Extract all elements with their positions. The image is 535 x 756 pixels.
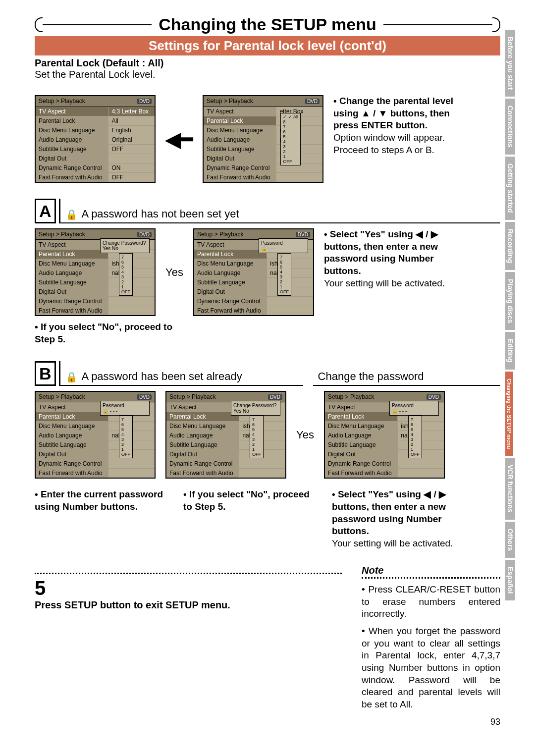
section-b-title2: Change the password — [313, 361, 500, 386]
password-mask[interactable]: 🔒 - - - — [261, 246, 306, 251]
option[interactable]: ✓ All — [283, 114, 298, 119]
breadcrumb: Setup > Playback — [197, 231, 244, 238]
option[interactable]: 3 — [252, 437, 261, 442]
option[interactable]: 6 — [280, 260, 289, 265]
option[interactable]: 6 — [252, 422, 261, 427]
tab-before-you-start[interactable]: Before you start — [505, 30, 515, 97]
option[interactable]: 5 — [411, 427, 420, 432]
option[interactable]: 5 — [121, 265, 130, 270]
section-a-title: A password has not been set yet — [82, 208, 239, 220]
option[interactable]: 4 — [411, 432, 420, 437]
section-b-caption-1: • Enter the current password using Numbe… — [35, 488, 163, 513]
option[interactable]: OFF — [280, 289, 289, 294]
option[interactable]: 7 — [411, 417, 420, 422]
option[interactable]: 5 — [252, 427, 261, 432]
tab-connections[interactable]: Connections — [505, 99, 515, 155]
option[interactable]: 1 — [283, 154, 298, 159]
options-popup: 7 6 5 4 3 2 1 OFF — [119, 253, 133, 296]
section-letter-a: A — [35, 199, 56, 223]
menu-row-label: Digital Out — [166, 450, 239, 459]
step-5-text: Press SETUP button to exit SETUP menu. — [35, 599, 342, 611]
tab-recording[interactable]: Recording — [505, 222, 515, 270]
menu-row-label: Digital Out — [194, 287, 267, 296]
option[interactable]: 2 — [121, 279, 130, 284]
note-bullet-1: • Press CLEAR/C-RESET button to erase nu… — [362, 584, 500, 620]
option[interactable]: 1 — [121, 447, 130, 452]
menu-row-value — [108, 306, 155, 315]
option[interactable]: 3 — [121, 274, 130, 279]
option[interactable]: 2 — [411, 442, 420, 447]
menu-row-label: Digital Out — [36, 450, 108, 459]
popup-options[interactable]: Yes No — [233, 408, 278, 414]
menu-row-value — [108, 154, 155, 163]
option[interactable]: 6 — [121, 422, 130, 427]
option[interactable]: 6 — [283, 129, 298, 134]
option[interactable]: 6 — [411, 422, 420, 427]
option[interactable]: 5 — [280, 265, 289, 270]
option[interactable]: OFF — [121, 452, 130, 457]
menu-row-label: Subtitle Language — [36, 440, 108, 449]
option[interactable]: OFF — [252, 452, 261, 457]
password-mask[interactable]: 🔒 - - - — [392, 408, 436, 414]
option[interactable]: 1 — [252, 447, 261, 452]
option[interactable]: 2 — [121, 442, 130, 447]
option[interactable]: 7 — [280, 255, 289, 260]
option[interactable]: 2 — [252, 442, 261, 447]
popup-title: Password — [392, 403, 436, 408]
option[interactable]: 3 — [283, 144, 298, 149]
menu-row-value — [108, 297, 155, 306]
option[interactable]: 6 — [121, 260, 130, 265]
option[interactable]: 7 — [121, 255, 130, 260]
option[interactable]: 1 — [411, 447, 420, 452]
password-popup: Password 🔒 - - - — [259, 238, 308, 253]
section-b-caption-2: • If you select "No", proceed to Step 5. — [183, 488, 312, 513]
option[interactable]: 1 — [121, 284, 130, 289]
intro-text: Set the Parental Lock level. — [35, 69, 500, 80]
option[interactable]: 4 — [252, 432, 261, 437]
menu-row-value — [108, 459, 155, 468]
option[interactable]: 2 — [280, 279, 289, 284]
dvd-badge: DVD — [427, 394, 441, 400]
option[interactable]: 5 — [121, 427, 130, 432]
tab-changing-setup-menu[interactable]: Changing the SETUP menu — [505, 372, 513, 456]
tab-vcr-functions[interactable]: VCR functions — [505, 458, 515, 519]
menu-row-value — [398, 469, 444, 478]
option[interactable]: 7 — [252, 417, 261, 422]
option[interactable]: OFF — [121, 289, 130, 294]
menu-row-label: Dynamic Range Control — [325, 459, 398, 468]
option[interactable]: 3 — [121, 437, 130, 442]
tab-espanol[interactable]: Español — [505, 560, 515, 600]
tab-getting-started[interactable]: Getting started — [505, 157, 515, 220]
option[interactable]: 2 — [283, 149, 298, 154]
tab-others[interactable]: Others — [505, 522, 515, 558]
option[interactable]: 4 — [121, 432, 130, 437]
password-mask[interactable]: 🔒 - - - — [103, 408, 147, 414]
step-number-5: 5 — [35, 577, 342, 599]
option[interactable]: 7 — [121, 417, 130, 422]
option[interactable]: 1 — [280, 284, 289, 289]
instruction-bold: • Change the parental level using ▲ / ▼ … — [333, 95, 472, 132]
dvd-badge: DVD — [305, 99, 320, 104]
option[interactable]: OFF — [283, 159, 298, 164]
option[interactable]: 3 — [411, 437, 420, 442]
option[interactable]: 4 — [121, 270, 130, 274]
popup-options[interactable]: Yes No — [103, 246, 147, 251]
option[interactable]: 4 — [280, 270, 289, 274]
menu-row-label: Dynamic Range Control — [166, 459, 239, 468]
header-brace: Changing the SETUP menu — [35, 15, 500, 34]
options-popup: ✓ All 8 7 6 5 4 3 2 1 OFF — [280, 113, 301, 165]
menu-row-label: Subtitle Language — [36, 278, 108, 287]
menu-row-label: Dynamic Range Control — [36, 297, 108, 306]
option[interactable]: OFF — [411, 452, 420, 457]
option[interactable]: 4 — [283, 139, 298, 144]
tab-editing[interactable]: Editing — [505, 332, 515, 369]
menu-row-label: Disc Menu Language — [36, 422, 108, 431]
note-bullet-2: • When you forget the password or you wa… — [362, 625, 500, 711]
menu-row-label: Audio Language — [36, 431, 108, 440]
option[interactable]: 3 — [280, 274, 289, 279]
menu-row-label: TV Aspect — [194, 240, 267, 249]
tab-playing-discs[interactable]: Playing discs — [505, 272, 515, 330]
option[interactable]: 5 — [283, 134, 298, 139]
option[interactable]: 8 — [283, 119, 298, 124]
option[interactable]: 7 — [283, 124, 298, 129]
